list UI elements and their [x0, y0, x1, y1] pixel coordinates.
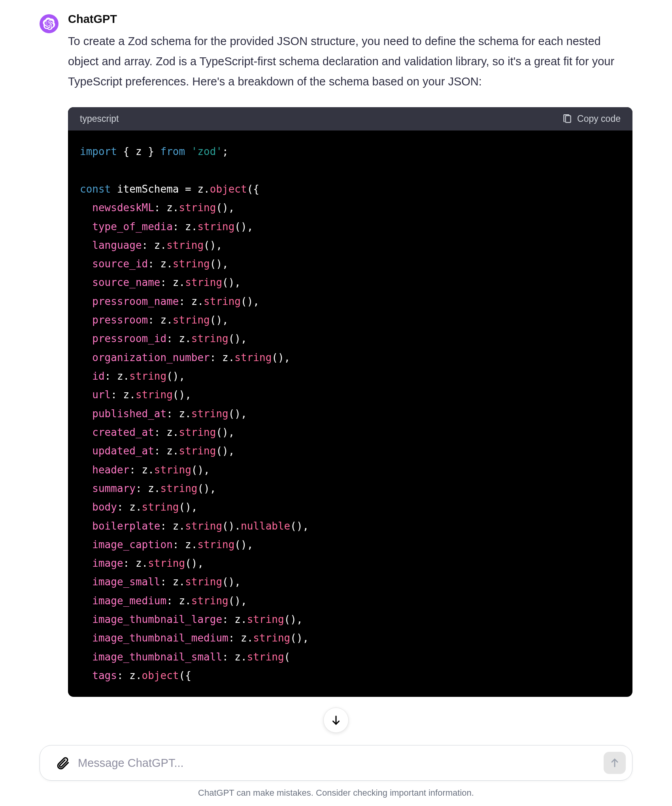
message-text: To create a Zod schema for the provided … [68, 31, 632, 91]
svg-rect-0 [566, 115, 571, 122]
clipboard-icon [562, 114, 572, 124]
send-button[interactable] [604, 752, 626, 774]
code-block: typescript Copy code import { z } from '… [68, 107, 632, 697]
disclaimer-text: ChatGPT can make mistakes. Consider chec… [0, 788, 672, 798]
message-input-bar [40, 745, 632, 781]
message-input[interactable] [78, 757, 604, 770]
code-content[interactable]: import { z } from 'zod'; const itemSchem… [68, 131, 632, 697]
openai-logo-icon [43, 17, 55, 30]
paperclip-icon [56, 756, 70, 770]
code-language-label: typescript [80, 114, 119, 124]
code-header: typescript Copy code [68, 107, 632, 131]
scroll-to-bottom-button[interactable] [323, 708, 349, 733]
author-name: ChatGPT [68, 13, 632, 26]
arrow-up-icon [609, 757, 620, 768]
assistant-avatar [40, 14, 59, 33]
assistant-message: ChatGPT To create a Zod schema for the p… [40, 0, 632, 706]
copy-code-label: Copy code [577, 114, 621, 124]
arrow-down-icon [330, 714, 342, 726]
copy-code-button[interactable]: Copy code [562, 114, 621, 124]
attach-file-button[interactable] [54, 754, 72, 772]
